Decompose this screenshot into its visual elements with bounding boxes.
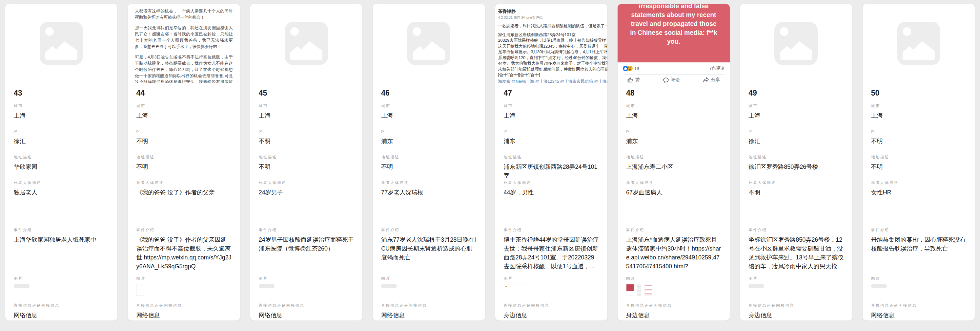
- placeholder-sun-shape: [413, 27, 421, 36]
- field-victim: 死者大体描述 77岁老人沈瑞根: [381, 180, 476, 227]
- weibo-body-line: [合十][合十][合十][合十]: [498, 72, 608, 78]
- fb-like-button: 赞: [627, 77, 640, 83]
- weibo-body-line: 求相关部门能帮忙处理好后续问题，并做好两位老人的心理疏导，给予: [498, 67, 608, 73]
- field-label-district: 区: [136, 129, 231, 134]
- field-city: 城市 上海: [504, 104, 599, 129]
- field-value-source: 网络信息: [136, 311, 231, 320]
- field-value-victim: 《我的爸爸 没了》作者的父亲: [136, 188, 231, 197]
- field-value-victim: 44岁，男性: [504, 188, 599, 197]
- page: { "labels": { "city": "城市", "district": …: [0, 0, 980, 331]
- placeholder-sun-shape: [290, 27, 299, 36]
- field-value-victim: 不明: [748, 188, 843, 197]
- field-district: 区 浦东: [381, 129, 476, 155]
- field-label-event: 事件介绍: [14, 227, 109, 232]
- record-card[interactable]: irresponsible and false statements about…: [617, 3, 730, 321]
- field-value-city: 上海: [626, 111, 721, 120]
- placeholder-mountain-shape: [290, 39, 322, 60]
- record-card[interactable]: 43 城市 上海 区 徐汇 地址描述 华欣家园 死者大体描述 独居老人 事件介绍…: [5, 3, 118, 321]
- field-event: 事件介绍 上海华欣家园独居老人饿死家中: [14, 227, 109, 276]
- field-label-image: 图片: [259, 276, 354, 281]
- field-label-city: 城市: [748, 104, 843, 108]
- field-value-source: 网络信息: [381, 311, 476, 320]
- field-value-city: 上海: [748, 111, 843, 120]
- field-value-event: 上海华欣家园独居老人饿死家中: [14, 235, 109, 244]
- field-label-city: 城市: [14, 104, 109, 108]
- image-thumbnail: [871, 284, 887, 288]
- field-value-district: 不明: [871, 137, 966, 146]
- weibo-body-line: 家住浦东新区唐镇创新西路28弄24号101室: [498, 32, 608, 38]
- image-thumbnail: [748, 284, 764, 288]
- field-city: 城市 上海: [748, 104, 843, 129]
- weibo-body-line: 是等待领导批示。3月30日因为病情引起心衰，4月1日上午呼吸不畅，: [498, 49, 608, 55]
- field-label-victim: 死者大体描述: [504, 180, 599, 185]
- fb-reaction-count: 19: [634, 66, 639, 71]
- field-value-district: 浦东: [626, 137, 721, 146]
- field-label-victim: 死者大体描述: [381, 180, 476, 185]
- weibo-body-line: [498, 29, 608, 32]
- image-placeholder-icon: [407, 22, 450, 65]
- fb-like-label: 赞: [635, 77, 640, 83]
- field-value-event: 《我的爸爸 没了》作者的父亲因延误治疗而不得不高位截肢，未久遍离世 https:…: [136, 235, 231, 271]
- field-address: 地址描述 不明: [136, 155, 231, 180]
- field-image: 图片: [626, 276, 721, 303]
- card-body: 47 城市 上海 区 浦东 地址描述 浦东新区唐镇创新西路28弄24号101室 …: [495, 83, 608, 321]
- card-body: 44 城市 上海 区 不明 地址描述 不明 死者大体描述 《我的爸爸 没了》作者…: [127, 83, 240, 321]
- record-card[interactable]: 46 城市 上海 区 浦东 地址描述 不明 死者大体描述 77岁老人沈瑞根 事件…: [372, 3, 485, 321]
- field-district: 区 浦东: [626, 129, 721, 155]
- weibo-body-line: 44岁。我大伯和我大伯母70多岁老来丧子，对于整个事情我不做评价，: [498, 61, 608, 67]
- field-label-city: 城市: [136, 104, 231, 108]
- field-value-address: 徐汇区罗秀路850弄26号楼: [748, 163, 843, 171]
- media-placeholder: [250, 4, 363, 83]
- field-value-district: 徐汇: [748, 137, 843, 146]
- field-source: 直接信息还是间接信息 网络信息: [136, 303, 231, 321]
- field-label-image: 图片: [136, 276, 231, 281]
- field-label-victim: 死者大体描述: [748, 180, 843, 185]
- card-body: 45 城市 上海 区 不明 地址描述 不明 死者大体描述 24岁男子 事件介绍 …: [250, 83, 363, 321]
- field-victim: 死者大体描述 独居老人: [14, 180, 109, 227]
- field-label-image: 图片: [748, 276, 843, 281]
- image-placeholder-icon: [897, 22, 940, 65]
- field-label-source: 直接信息还是间接信息: [14, 303, 109, 308]
- record-card[interactable]: 人都没有这样的机会，一个病人需要几十个人的同时帮助和关怀才有可能获得一丝的机会！…: [127, 3, 240, 321]
- record-card[interactable]: 49 城市 上海 区 徐汇 地址描述 徐汇区罗秀路850弄26号楼 死者大体描述…: [740, 3, 853, 321]
- field-source: 直接信息还是间接信息 网络信息: [381, 303, 476, 321]
- field-label-victim: 死者大体描述: [626, 180, 721, 185]
- field-label-event: 事件介绍: [748, 227, 843, 232]
- field-city: 城市 上海: [381, 104, 476, 129]
- field-label-address: 地址描述: [504, 155, 599, 160]
- record-card[interactable]: 茶香禅静 4-2 02:31 来自 iPhone客户端 一名志愿者，昨日我投入路…: [495, 3, 608, 321]
- field-value-address: 华欣家园: [14, 163, 109, 171]
- field-label-city: 城市: [626, 104, 721, 108]
- field-value-event: 上海浦东*血透病人延误治疗致死且遗体滞留家中约30小时！https://shar…: [626, 235, 721, 271]
- weibo-post-screenshot: 茶香禅静 4-2 02:31 来自 iPhone客户端 一名志愿者，昨日我投入路…: [495, 4, 608, 83]
- field-label-district: 区: [14, 129, 109, 134]
- image-placeholder-icon: [774, 22, 818, 65]
- field-victim: 死者大体描述 不明: [748, 180, 843, 227]
- field-victim: 死者大体描述 24岁男子: [259, 180, 354, 227]
- field-value-city: 上海: [871, 111, 966, 120]
- card-body: 43 城市 上海 区 徐汇 地址描述 华欣家园 死者大体描述 独居老人 事件介绍…: [5, 83, 118, 321]
- media-placeholder: [372, 4, 485, 83]
- placeholder-mountain-shape: [903, 39, 935, 60]
- field-image: 图片: [381, 276, 476, 303]
- field-label-district: 区: [871, 129, 966, 134]
- field-image: 图片: [871, 276, 966, 303]
- field-label-city: 城市: [871, 104, 966, 108]
- field-city: 城市 上海: [259, 104, 354, 129]
- text-screenshot: 人都没有这样的机会，一个病人需要几十个人的同时帮助和关怀才有可能获得一丝的机会！…: [127, 4, 240, 83]
- field-value-district: 浦东: [381, 137, 476, 146]
- field-label-source: 直接信息还是间接信息: [136, 303, 231, 308]
- field-event: 事件介绍 博主茶香禅静44岁的堂哥因延误治疗去世：我哥哥家住浦东新区唐镇创新西路…: [504, 227, 599, 276]
- image-placeholder-icon: [285, 22, 328, 65]
- field-value-district: 徐汇: [14, 137, 109, 146]
- field-event: 事件介绍 《我的爸爸 没了》作者的父亲因延误治疗而不得不高位截肢，未久遍离世 h…: [136, 227, 231, 276]
- record-card[interactable]: 45 城市 上海 区 不明 地址描述 不明 死者大体描述 24岁男子 事件介绍 …: [250, 3, 363, 321]
- screenshot-paragraph: 可是，4月3日被告知爸爸不得不进行高位截肢，由于下肢动脉硬化，整条腿要截去，我作…: [135, 54, 232, 83]
- image-placeholder-icon: [40, 22, 83, 65]
- field-value-event: 24岁男子因核酸而延误治疗而猝死于浦东医院（微博@红茶260）: [259, 235, 354, 253]
- field-victim: 死者大体描述 女性HR: [871, 180, 966, 227]
- card-media: [862, 4, 975, 83]
- field-value-source: 身边信息: [504, 311, 599, 320]
- record-card[interactable]: 50 城市 上海 区 不明 地址描述 不明 死者大体描述 女性HR 事件介绍 丹…: [862, 3, 975, 321]
- field-city: 城市 上海: [871, 104, 966, 129]
